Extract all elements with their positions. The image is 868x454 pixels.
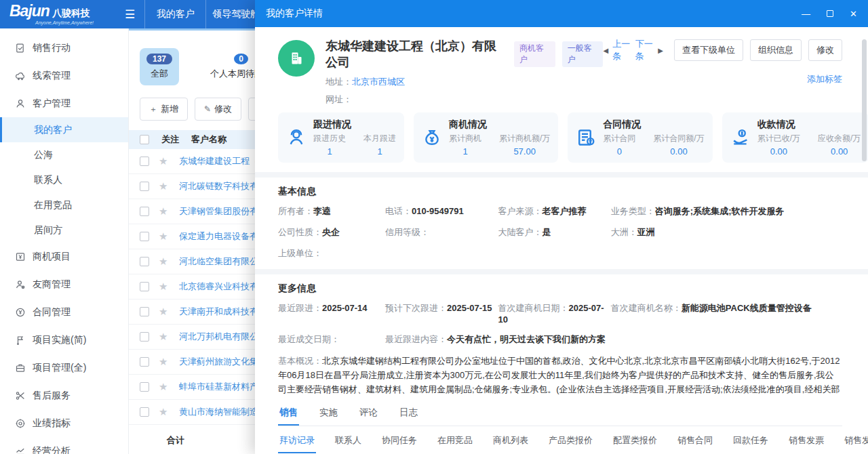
filter-all[interactable]: 137 全部 (140, 48, 179, 85)
delete-button[interactable]: ✕删除 (248, 98, 255, 121)
brand-tagline: Anyone,Anytime,Anywhere! (9, 20, 94, 25)
star-icon[interactable]: ★ (159, 230, 170, 243)
tab-comments[interactable]: 评论 (358, 403, 379, 426)
subtab-visit-records[interactable]: 拜访记录 (278, 428, 316, 453)
stat-card-payment: 收款情况 累计已收/万0.00 应收余额/万0.00 (722, 112, 868, 163)
subtab-competitors[interactable]: 在用竞品 (436, 428, 474, 453)
subtab-config-quotes[interactable]: 配置类报价 (612, 428, 658, 453)
prev-arrow-icon[interactable]: ◀ (603, 47, 608, 54)
add-tag-link[interactable]: 添加标签 (603, 73, 842, 85)
person-gear-icon (15, 279, 26, 290)
sidebar-item-leads[interactable]: 线索管理 (0, 62, 128, 89)
subtab-opportunity-list[interactable]: 商机列表 (492, 428, 530, 453)
subtab-payment-tasks[interactable]: 回款任务 (732, 428, 770, 453)
prev-record-link[interactable]: 上一条 (612, 38, 631, 62)
sidebar-item-project-mgmt[interactable]: 项目管理(全) (0, 354, 128, 381)
row-checkbox[interactable] (140, 382, 149, 392)
star-icon[interactable]: ★ (159, 306, 170, 318)
top-tab-my-customers[interactable]: 我的客户 (144, 0, 205, 28)
hamburger-icon[interactable]: ☰ (123, 7, 144, 22)
row-checkbox[interactable] (140, 157, 149, 166)
row-checkbox[interactable] (140, 257, 149, 266)
sidebar-item-after-sales[interactable]: 售后服务 (0, 381, 128, 409)
tab-logs[interactable]: 日志 (398, 403, 419, 426)
panel-title: 我的客户详情 (266, 7, 323, 20)
subtab-contacts[interactable]: 联系人 (334, 428, 363, 453)
star-icon[interactable]: ★ (159, 281, 170, 293)
star-icon[interactable]: ★ (159, 406, 170, 418)
star-icon[interactable]: ★ (159, 356, 170, 368)
panel-scrollbar[interactable] (862, 31, 867, 451)
subtab-sales-contracts[interactable]: 销售合同 (676, 428, 714, 453)
table-row[interactable]: ★北京德睿兴业科技有 (129, 274, 255, 300)
more-info-grid: 最近跟进：2025-07-14 预计下次跟进：2025-07-15 首次建商机日… (278, 302, 842, 346)
row-checkbox[interactable] (140, 307, 149, 316)
table-row[interactable]: ★河北临空集团有限公 (129, 249, 255, 274)
table-row[interactable]: ★天津蓟州旅游文化集 (129, 350, 255, 375)
sidebar-subitem-public-pool[interactable]: 公海 (0, 142, 128, 167)
sidebar-item-sales-action[interactable]: 销售行动 (0, 34, 128, 62)
row-checkbox[interactable] (140, 232, 149, 241)
star-icon[interactable]: ★ (159, 255, 170, 268)
org-info-button[interactable]: 组织信息 (750, 39, 802, 61)
tab-implementation[interactable]: 实施 (318, 403, 339, 426)
modify-button[interactable]: 修改 (808, 39, 842, 61)
sidebar-item-kpi[interactable]: 业绩指标 (0, 409, 128, 437)
table-row[interactable]: ★天津南开和成科技有 (129, 300, 255, 325)
sidebar-subitem-contacts[interactable]: 联系人 (0, 167, 128, 192)
sidebar-subitem-my-customers[interactable]: 我的客户 (0, 117, 128, 142)
row-checkbox[interactable] (140, 207, 149, 216)
row-checkbox[interactable] (140, 407, 149, 417)
row-checkbox[interactable] (140, 357, 149, 367)
next-arrow-icon[interactable]: ▶ (658, 47, 663, 54)
star-icon[interactable]: ★ (159, 155, 170, 167)
next-record-link[interactable]: 下一条 (635, 38, 654, 62)
tab-sales[interactable]: 销售 (278, 403, 299, 426)
yen-box-icon (15, 251, 26, 262)
select-all-checkbox[interactable] (140, 135, 149, 144)
yen-circle-icon (15, 307, 26, 318)
row-checkbox[interactable] (140, 332, 149, 342)
sidebar-item-contract-mgmt[interactable]: 合同管理 (0, 298, 128, 326)
subtab-product-quotes[interactable]: 产品类报价 (547, 428, 594, 453)
close-icon[interactable]: ✕ (850, 9, 857, 18)
list-total-label: 合计 (129, 425, 255, 447)
sidebar-subitem-competitors[interactable]: 在用竞品 (0, 192, 128, 218)
sidebar-item-business-analysis[interactable]: 经营分析 (0, 437, 128, 454)
detail-tabs: 销售 实施 评论 日志 (278, 403, 842, 426)
row-checkbox[interactable] (140, 282, 149, 291)
table-row[interactable]: ★黄山市海纳智能制造 (129, 400, 255, 425)
table-row[interactable]: ★蚌埠市硅基新材料产 (129, 375, 255, 400)
star-icon[interactable]: ★ (159, 205, 170, 218)
table-row[interactable]: ★天津钢管集团股份有 (129, 199, 255, 224)
table-row[interactable]: ★河北碳链数字科技有 (129, 174, 255, 199)
address-link[interactable]: 北京市西城区 (352, 77, 405, 87)
maximize-icon[interactable] (827, 10, 833, 17)
customer-detail-panel: 我的客户详情 — ✕ 东城华建建设工程（北京）有限公司 商机客户 一般客户 (255, 0, 868, 454)
column-follow: 关注 (161, 133, 179, 146)
filter-week-followup[interactable]: 0 个人本周待跟进 (203, 48, 255, 85)
table-row[interactable]: ★东城华建建设工程（ (129, 149, 255, 174)
subtab-collab-tasks[interactable]: 协同任务 (380, 428, 418, 453)
source-value: 老客户推荐 (542, 206, 586, 216)
view-subunits-button[interactable]: 查看下级单位 (674, 39, 743, 61)
sidebar-item-opportunity[interactable]: 商机项目 (0, 243, 128, 270)
building-icon (278, 40, 315, 77)
edit-button[interactable]: ✎修改 (195, 98, 241, 121)
sidebar-item-customer-mgmt[interactable]: 客户管理 (0, 89, 128, 117)
sidebar-item-project-impl[interactable]: 项目实施(简) (0, 326, 128, 354)
row-checkbox[interactable] (140, 182, 149, 191)
add-button[interactable]: ＋新增 (140, 98, 188, 121)
star-icon[interactable]: ★ (159, 381, 170, 393)
detail-panel-body: 东城华建建设工程（北京）有限公司 商机客户 一般客户 地址：北京市西城区 网址：… (255, 27, 868, 454)
star-icon[interactable]: ★ (159, 331, 170, 343)
sidebar-item-partner-mgmt[interactable]: 友商管理 (0, 270, 128, 298)
star-icon[interactable]: ★ (159, 180, 170, 192)
table-row[interactable]: ★保定通力电器设备有 (129, 224, 255, 249)
scrollbar-thumb[interactable] (862, 39, 867, 161)
app-logo: Bajun 八骏科技 Anyone,Anytime,Anywhere! (0, 3, 123, 25)
minimize-icon[interactable]: — (802, 9, 810, 18)
subtab-sales-invoices[interactable]: 销售发票 (787, 428, 825, 453)
table-row[interactable]: ★河北万邦机电有限公 (129, 325, 255, 350)
sidebar-subitem-intermediary[interactable]: 居间方 (0, 218, 128, 243)
